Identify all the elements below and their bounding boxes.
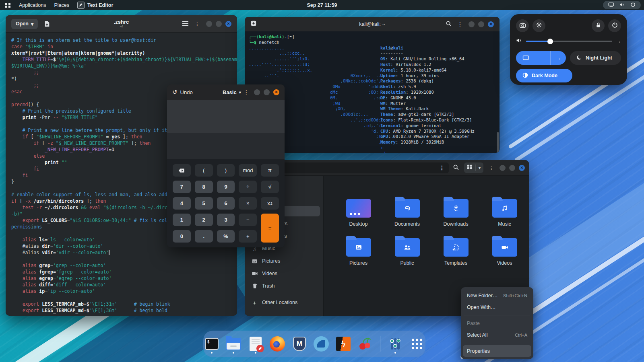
dock-item-text-editor[interactable]	[247, 334, 264, 354]
dock-item-metasploit[interactable]: M	[291, 334, 308, 354]
menu-places[interactable]: Places	[54, 2, 69, 8]
key-([interactable]: (	[195, 164, 213, 177]
close-button[interactable]: ✕	[273, 89, 279, 95]
menu-applications[interactable]: Applications	[19, 2, 46, 8]
key-1[interactable]: 1	[173, 214, 191, 226]
mode-selector[interactable]: Basic▾	[223, 89, 241, 95]
system-tray[interactable]	[603, 1, 641, 9]
key-7[interactable]: 7	[173, 181, 191, 193]
volume-slider-knob[interactable]	[547, 39, 553, 44]
key-2[interactable]: 2	[195, 214, 213, 226]
key-backspace[interactable]	[173, 164, 191, 177]
key-%[interactable]: %	[217, 230, 235, 243]
folder-documents[interactable]: Documents	[383, 194, 431, 227]
maximize-button[interactable]	[216, 21, 222, 27]
key-√[interactable]: √	[261, 181, 279, 193]
minimize-button[interactable]	[254, 89, 260, 95]
power-button[interactable]	[608, 19, 621, 32]
dock-item-audio-mixer[interactable]	[387, 334, 404, 354]
menu-item-new-folder[interactable]: New Folder…Shift+Ctrl+N	[463, 290, 531, 301]
tile-dark-mode[interactable]: Dark Mode	[516, 69, 572, 82]
dock-item-firefox[interactable]	[269, 334, 286, 354]
minimize-button[interactable]	[206, 21, 212, 27]
maximize-button[interactable]	[509, 165, 515, 171]
dock-item-burpsuite[interactable]: ϟ	[335, 334, 352, 354]
key-)[interactable]: )	[217, 164, 235, 177]
key-.[interactable]: .	[195, 230, 213, 243]
calculator-headerbar[interactable]: ↺Undo Basic▾ ⋮ ✕	[167, 84, 285, 100]
key-9[interactable]: 9	[217, 181, 235, 193]
volume-slider[interactable]	[526, 41, 612, 42]
key-mod[interactable]: mod	[239, 164, 257, 177]
sidebar-item-pictures[interactable]: Pictures	[248, 256, 320, 266]
new-document-icon[interactable]	[43, 21, 50, 27]
terminal-headerbar[interactable]: kali@kali: ~ ⋮ ✕	[245, 17, 500, 31]
key-−[interactable]: −	[239, 214, 257, 226]
clock[interactable]: Sep 27 11:59	[307, 2, 337, 8]
folder-videos[interactable]: Videos	[480, 233, 529, 266]
open-button[interactable]: Open▾	[11, 19, 38, 29]
terminal-scrollbar[interactable]	[497, 132, 499, 153]
minimize-button[interactable]	[500, 165, 506, 171]
dock-item-wireshark[interactable]	[313, 334, 330, 354]
key-6[interactable]: 6	[217, 197, 235, 210]
folder-downloads[interactable]: Downloads	[431, 194, 480, 227]
menu-active-app[interactable]: Text Editor	[77, 2, 113, 9]
folder-templates[interactable]: Templates	[431, 233, 480, 266]
key-+[interactable]: +	[239, 230, 257, 243]
folder-desktop[interactable]: Desktop	[334, 194, 383, 227]
menu-item-select-all[interactable]: Select AllCtrl+A	[463, 329, 531, 341]
key-3[interactable]: 3	[217, 214, 235, 226]
maximize-button[interactable]	[478, 21, 484, 27]
key-÷[interactable]: ÷	[239, 181, 257, 193]
key-8[interactable]: 8	[195, 181, 213, 193]
lock-button[interactable]	[592, 19, 605, 32]
key-=[interactable]: =	[261, 214, 279, 243]
search-icon[interactable]	[453, 164, 459, 172]
volume-expand-icon[interactable]: →	[616, 38, 621, 44]
key-π[interactable]: π	[261, 164, 279, 177]
tile-expand-arrow-icon[interactable]: →	[550, 51, 566, 65]
kebab-menu-icon[interactable]: ⋮	[489, 165, 494, 171]
text-editor-headerbar[interactable]: Open▾ .zshrc ~/ ⋮ ✕	[6, 15, 237, 33]
key-x2[interactable]: x2	[261, 197, 279, 210]
path-menu-icon[interactable]: ⋮	[439, 165, 445, 171]
screenshot-button[interactable]	[516, 19, 529, 32]
dock-item-files[interactable]	[225, 334, 242, 354]
folder-pictures[interactable]: Pictures	[334, 233, 383, 266]
close-button[interactable]: ✕	[225, 21, 231, 27]
undo-button[interactable]: ↺Undo	[172, 88, 193, 96]
close-button[interactable]: ✕	[519, 165, 525, 171]
kebab-menu-icon[interactable]: ⋮	[457, 21, 463, 27]
search-icon[interactable]	[446, 21, 452, 28]
settings-button[interactable]	[533, 19, 545, 32]
sidebar-item-videos[interactable]: Videos	[248, 268, 320, 279]
key-×[interactable]: ×	[239, 197, 257, 210]
dock-item-cherrytree[interactable]	[357, 334, 374, 354]
kebab-menu-icon[interactable]: ⋮	[244, 89, 249, 95]
new-tab-icon[interactable]	[250, 20, 257, 28]
tile-night-light[interactable]: Night Light	[570, 51, 621, 65]
calculator-entry[interactable]	[167, 133, 285, 159]
dock-item-app-grid[interactable]	[409, 334, 425, 354]
neofetch-info-row: WM Theme: Kali-Dark	[380, 106, 475, 112]
key-0[interactable]: 0	[173, 230, 191, 243]
key-4[interactable]: 4	[173, 197, 191, 210]
folder-music[interactable]: Music	[480, 194, 529, 227]
file-manager-headerbar[interactable]: Home ⋮ ▾ ⋮ ✕	[245, 160, 529, 176]
minimize-button[interactable]	[469, 21, 475, 27]
kebab-menu-icon[interactable]: ⋮	[194, 21, 200, 27]
close-button[interactable]: ✕	[488, 21, 494, 27]
sidebar-item-trash[interactable]: Trash	[248, 281, 320, 291]
hamburger-menu-icon[interactable]	[182, 20, 188, 27]
menu-item-properties[interactable]: Properties	[463, 345, 531, 357]
dock-item-terminal[interactable]: $_	[203, 334, 220, 354]
view-toggle-button[interactable]: ▾	[464, 162, 483, 173]
menu-item-open-with[interactable]: Open With…	[463, 301, 531, 313]
sidebar-item-other-locations[interactable]: +Other Locations	[248, 297, 320, 308]
workspace-grid-icon[interactable]	[5, 2, 11, 8]
tile-screen[interactable]: →	[516, 51, 566, 65]
folder-public[interactable]: Public	[383, 233, 431, 266]
key-5[interactable]: 5	[195, 197, 213, 210]
maximize-button[interactable]	[264, 89, 270, 95]
